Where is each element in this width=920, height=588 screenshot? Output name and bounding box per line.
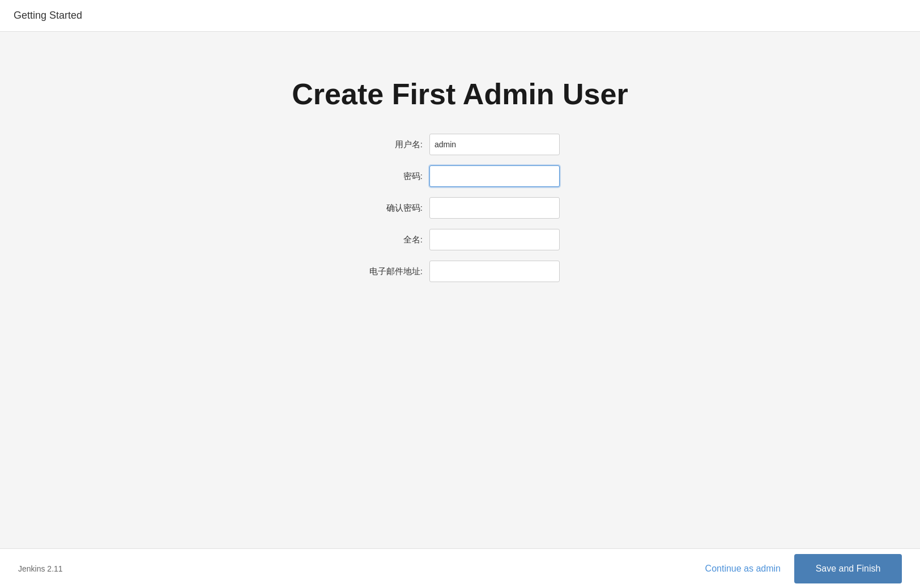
continue-as-admin-button[interactable]: Continue as admin xyxy=(705,564,781,574)
footer: Jenkins 2.11 Continue as admin Save and … xyxy=(0,548,920,588)
password-row: 密码: xyxy=(360,165,560,187)
confirm-password-input[interactable] xyxy=(429,197,560,219)
username-label: 用户名: xyxy=(360,139,423,150)
email-label: 电子邮件地址: xyxy=(360,266,423,277)
fullname-label: 全名: xyxy=(360,235,423,245)
footer-actions: Continue as admin Save and Finish xyxy=(705,554,902,583)
form-container: 用户名: 密码: 确认密码: 全名: 电子邮件地址: xyxy=(360,134,560,292)
fullname-row: 全名: xyxy=(360,229,560,250)
username-row: 用户名: xyxy=(360,134,560,155)
header-title: Getting Started xyxy=(14,10,82,22)
username-input[interactable] xyxy=(429,134,560,155)
header: Getting Started xyxy=(0,0,920,32)
email-row: 电子邮件地址: xyxy=(360,261,560,282)
confirm-password-row: 确认密码: xyxy=(360,197,560,219)
version-label: Jenkins 2.11 xyxy=(18,564,63,573)
main-content: Create First Admin User 用户名: 密码: 确认密码: 全… xyxy=(0,32,920,548)
password-label: 密码: xyxy=(360,171,423,182)
password-input[interactable] xyxy=(429,165,560,187)
save-and-finish-button[interactable]: Save and Finish xyxy=(794,554,902,583)
confirm-password-label: 确认密码: xyxy=(360,203,423,214)
fullname-input[interactable] xyxy=(429,229,560,250)
email-input[interactable] xyxy=(429,261,560,282)
page-title: Create First Admin User xyxy=(292,77,628,111)
